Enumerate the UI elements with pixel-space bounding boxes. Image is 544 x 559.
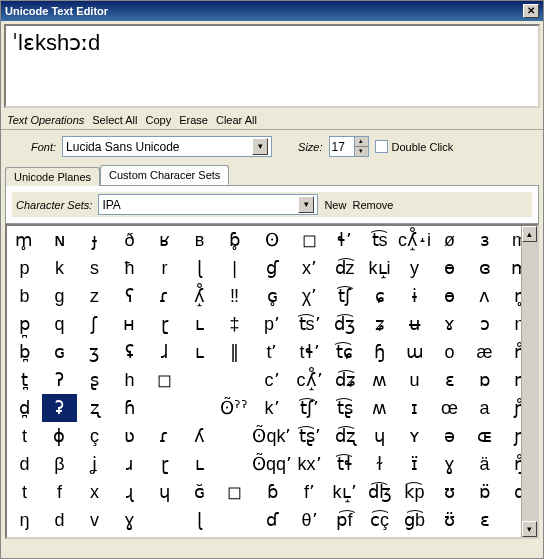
char-cell[interactable]: ʑ <box>362 310 397 338</box>
tab-unicode-planes[interactable]: Unicode Planes <box>5 167 100 186</box>
scroll-down-button[interactable]: ▾ <box>522 521 537 537</box>
char-cell[interactable]: kʼ <box>252 394 292 422</box>
char-cell[interactable]: ɫ <box>362 450 397 478</box>
character-set-combo[interactable]: IPA ▾ <box>98 194 318 215</box>
char-cell[interactable]: ʟ <box>182 450 217 478</box>
char-cell[interactable]: f <box>42 478 77 506</box>
char-cell[interactable]: u <box>397 366 432 394</box>
char-cell[interactable]: d͡ʑ <box>327 366 362 394</box>
char-cell[interactable]: a <box>467 394 502 422</box>
char-cell[interactable]: t͡ʂʼ <box>292 422 327 450</box>
char-cell[interactable]: ð <box>112 226 147 254</box>
char-cell[interactable]: ɭ <box>182 506 217 534</box>
char-cell[interactable]: t <box>7 422 42 450</box>
char-cell[interactable]: ɟ͡ʝ <box>362 534 397 539</box>
char-cell[interactable]: ◻ <box>147 366 182 394</box>
char-cell[interactable]: ʢ <box>112 338 147 366</box>
char-cell[interactable]: ɒ <box>467 366 502 394</box>
char-cell[interactable]: ɞ <box>467 254 502 282</box>
char-cell[interactable]: ɒ̈ <box>467 478 502 506</box>
char-cell[interactable]: ɧ <box>362 338 397 366</box>
char-cell[interactable]: ʕ <box>112 282 147 310</box>
char-cell[interactable]: ʏ <box>397 422 432 450</box>
char-cell[interactable]: ɸ <box>42 422 77 450</box>
scroll-up-button[interactable]: ▴ <box>522 226 537 242</box>
char-cell[interactable] <box>217 366 252 394</box>
char-cell[interactable]: ɾ <box>147 422 182 450</box>
char-cell[interactable]: ɛ <box>432 366 467 394</box>
font-combo[interactable]: Lucida Sans Unicode ▾ <box>62 136 272 157</box>
char-cell[interactable]: ɢ̆ <box>182 478 217 506</box>
char-cell[interactable]: ɪ̈ <box>397 450 432 478</box>
char-cell[interactable] <box>182 366 217 394</box>
char-cell[interactable]: ʘ̃qkʼ <box>252 422 292 450</box>
char-cell[interactable]: ɢ <box>42 338 77 366</box>
char-cell[interactable]: t͡sʼ <box>292 310 327 338</box>
char-cell[interactable]: t <box>7 478 42 506</box>
char-cell[interactable]: cʼ <box>252 366 292 394</box>
char-cell[interactable] <box>182 394 217 422</box>
char-cell[interactable]: o <box>432 338 467 366</box>
char-cell[interactable]: ɢ̥ <box>252 282 292 310</box>
char-cell[interactable]: ɯ̽ <box>432 534 467 539</box>
scrollbar[interactable]: ▴ ▾ <box>521 226 537 537</box>
char-cell[interactable]: q <box>42 310 77 338</box>
char-cell[interactable]: ɹ <box>112 450 147 478</box>
char-cell[interactable]: ɺ <box>147 338 182 366</box>
char-cell[interactable]: ʘ <box>252 226 292 254</box>
char-cell[interactable]: t͡s <box>362 226 397 254</box>
char-cell[interactable]: cʎ̝̊ʼ <box>292 366 327 394</box>
char-cell[interactable]: b͡v <box>327 534 362 539</box>
char-cell[interactable]: ɓ̥ <box>217 226 252 254</box>
char-cell[interactable]: z <box>77 282 112 310</box>
char-cell[interactable]: ʟ <box>182 310 217 338</box>
char-cell[interactable]: ɤ <box>432 310 467 338</box>
char-cell[interactable]: ʎ̝̊ <box>182 282 217 310</box>
char-cell[interactable]: c͡ç <box>362 506 397 534</box>
char-cell[interactable]: ɗ̥ <box>217 534 252 539</box>
size-spinner[interactable]: ▴ ▾ <box>329 136 369 157</box>
char-cell[interactable]: kʟ̝i <box>362 254 397 282</box>
char-cell[interactable]: ʝ <box>77 450 112 478</box>
char-cell[interactable]: ɾ <box>147 282 182 310</box>
char-cell[interactable]: ɪ <box>397 394 432 422</box>
char-cell[interactable]: ɭ <box>182 254 217 282</box>
char-cell[interactable]: ɓ <box>252 478 292 506</box>
char-cell[interactable]: j <box>147 534 182 539</box>
char-cell[interactable]: d͡ʒ <box>327 310 362 338</box>
char-cell[interactable]: ʐ <box>77 394 112 422</box>
char-cell[interactable]: ɽ <box>147 310 182 338</box>
tab-custom-char-sets[interactable]: Custom Characer Sets <box>100 165 229 185</box>
char-cell[interactable]: b <box>7 282 42 310</box>
char-cell[interactable]: β <box>42 450 77 478</box>
remove-charset-button[interactable]: Remove <box>352 199 393 211</box>
spinner-down-icon[interactable]: ▾ <box>355 147 368 156</box>
char-cell[interactable]: ʊ̈ <box>432 506 467 534</box>
char-cell[interactable]: ɗ <box>252 506 292 534</box>
char-cell[interactable]: r <box>147 254 182 282</box>
char-cell[interactable]: ʟ <box>182 338 217 366</box>
clear-all-button[interactable]: Clear All <box>216 114 257 126</box>
char-cell[interactable]: p͡f <box>327 506 362 534</box>
char-cell[interactable]: ʌ <box>467 282 502 310</box>
char-cell[interactable]: c <box>42 534 77 539</box>
char-cell[interactable]: p̪ <box>7 310 42 338</box>
copy-button[interactable]: Copy <box>146 114 172 126</box>
char-cell[interactable]: θʼ <box>292 506 327 534</box>
char-cell[interactable]: χʼ <box>292 282 327 310</box>
char-cell[interactable]: ʍ <box>362 366 397 394</box>
size-input[interactable] <box>329 136 355 157</box>
char-cell[interactable]: t͡ɕ <box>327 338 362 366</box>
char-cell[interactable]: pʼ <box>252 310 292 338</box>
char-cell[interactable]: l̥ <box>182 534 217 539</box>
char-cell[interactable]: fʼ <box>292 478 327 506</box>
char-cell[interactable]: d͡z <box>327 254 362 282</box>
char-cell[interactable]: tʼ <box>252 338 292 366</box>
char-cell[interactable]: g <box>42 282 77 310</box>
char-cell[interactable]: cʎ̝̊˔i <box>397 226 432 254</box>
char-cell[interactable]: ‡ <box>217 310 252 338</box>
char-cell[interactable]: d <box>42 506 77 534</box>
select-all-button[interactable]: Select All <box>92 114 137 126</box>
char-cell[interactable]: ŋ͡m <box>397 534 432 539</box>
char-cell[interactable]: в <box>182 226 217 254</box>
